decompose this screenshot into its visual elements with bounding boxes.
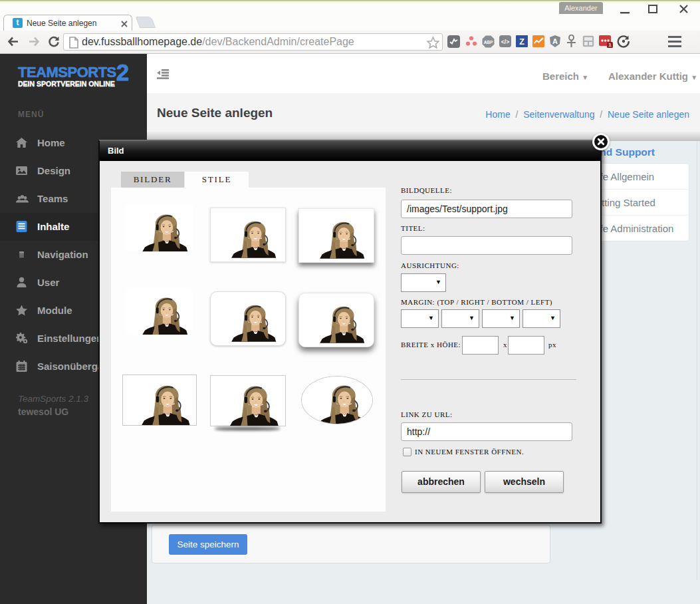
- svg-text:Z: Z: [519, 37, 525, 47]
- svg-text:A: A: [552, 37, 558, 45]
- svg-text:</>: </>: [501, 39, 509, 45]
- svg-text:1: 1: [608, 42, 612, 48]
- svg-text:ABP: ABP: [484, 40, 493, 45]
